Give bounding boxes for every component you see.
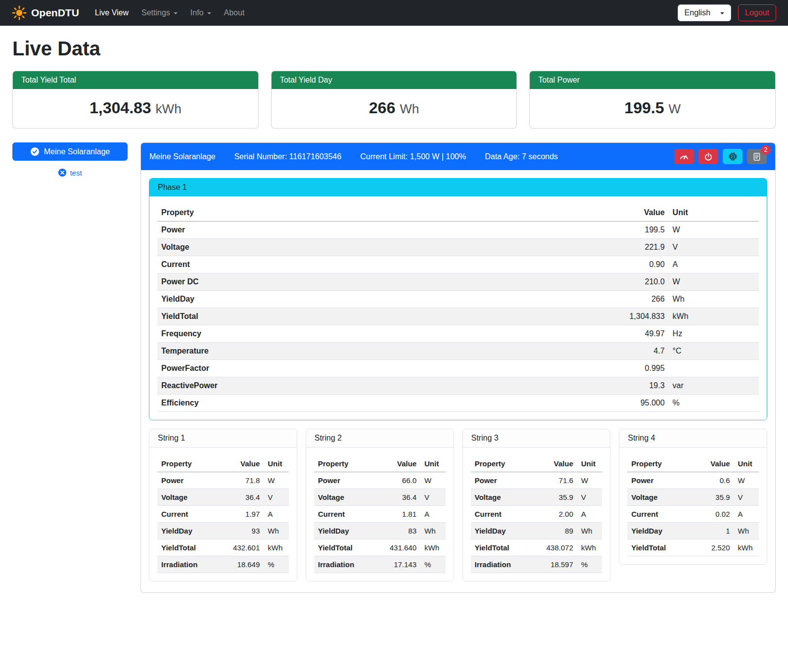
inverter-card: Meine Solaranlage Serial Number: 1161716… <box>140 142 776 593</box>
value-cell: 19.3 <box>578 377 668 395</box>
string-2-table: Property Value Unit Power <box>314 455 446 573</box>
property-cell: YieldTotal <box>314 539 384 556</box>
table-row: Power 199.5 W <box>157 222 759 239</box>
nav-item-settings[interactable]: Settings <box>136 4 184 21</box>
card-title: Total Yield Total <box>13 71 258 89</box>
value-header: Value <box>578 204 668 222</box>
property-cell: Voltage <box>157 489 227 506</box>
property-cell: Power DC <box>157 273 578 291</box>
table-row: PowerFactor 0.995 <box>157 360 759 377</box>
brand-label: OpenDTU <box>31 7 79 19</box>
limit-settings-button[interactable] <box>674 149 694 164</box>
phase-title: Phase 1 <box>149 179 767 196</box>
table-row: YieldDay 93 Wh <box>157 523 289 539</box>
value-cell: 4.7 <box>578 343 668 360</box>
x-circle-icon <box>58 168 67 177</box>
property-cell: Irradiation <box>471 556 541 573</box>
table-row: YieldDay 1 Wh <box>627 523 759 539</box>
string-1-title: String 1 <box>149 429 297 448</box>
property-cell: YieldDay <box>157 291 578 308</box>
table-row: Efficiency 95.000 % <box>157 395 759 412</box>
table-row: YieldTotal 2.520 kWh <box>627 539 759 556</box>
test-inverter-label: test <box>70 169 82 177</box>
table-header-row: Property Value Unit <box>157 455 289 472</box>
value-cell: 66.0 <box>384 472 420 489</box>
total-yield-day-unit: Wh <box>400 101 419 116</box>
value-cell: 1,304.833 <box>578 308 668 325</box>
test-inverter-link[interactable]: test <box>12 168 128 177</box>
property-cell: Power <box>627 472 697 489</box>
power-icon <box>704 152 713 161</box>
unit-cell: W <box>577 472 602 489</box>
value-cell: 199.5 <box>578 222 668 239</box>
logout-button[interactable]: Logout <box>738 4 776 21</box>
page-title: Live Data <box>12 38 776 60</box>
property-header: Property <box>471 455 541 472</box>
property-cell: YieldDay <box>157 523 227 539</box>
string-1-card: String 1 Property Value Unit <box>149 429 297 582</box>
unit-cell: kWh <box>420 539 445 556</box>
value-header: Value <box>540 455 577 472</box>
inverter-select-button[interactable]: Meine Solaranlage <box>12 142 128 161</box>
event-count-badge: 2 <box>761 145 771 155</box>
journal-icon <box>752 152 761 161</box>
card-body: 266Wh <box>272 89 517 128</box>
nav-info-label: Info <box>190 8 204 17</box>
card-title: Total Yield Day <box>272 71 517 89</box>
unit-cell: W <box>734 472 759 489</box>
value-cell: 89 <box>540 523 577 539</box>
string-2-card: String 2 Property Value Unit <box>306 429 454 582</box>
unit-cell: % <box>420 556 445 573</box>
value-cell: 49.97 <box>578 325 668 343</box>
nav-item-info[interactable]: Info <box>185 4 217 21</box>
event-log-button[interactable]: 2 <box>747 149 767 164</box>
brand-link[interactable]: OpenDTU <box>12 5 79 20</box>
unit-cell: W <box>264 472 288 489</box>
value-cell: 36.4 <box>384 489 420 506</box>
total-yield-total-unit: kWh <box>156 101 182 116</box>
property-cell: YieldTotal <box>157 539 227 556</box>
value-cell: 0.90 <box>578 256 668 273</box>
property-cell: Irradiation <box>157 556 227 573</box>
value-cell: 71.6 <box>540 472 577 489</box>
table-row: YieldTotal 432.601 kWh <box>157 539 289 556</box>
property-cell: Current <box>627 506 697 523</box>
property-cell: YieldDay <box>627 523 697 539</box>
unit-cell <box>669 360 759 377</box>
device-info-button[interactable] <box>723 149 742 164</box>
property-cell: PowerFactor <box>157 360 578 377</box>
property-cell: YieldDay <box>471 523 541 539</box>
nav-item-live-view[interactable]: Live View <box>89 4 135 21</box>
summary-cards-row: Total Yield Total 1,304.83kWh Total Yiel… <box>12 71 776 129</box>
unit-cell: W <box>669 222 759 239</box>
unit-cell: % <box>264 556 288 573</box>
unit-header: Unit <box>420 455 445 472</box>
property-cell: Temperature <box>157 343 578 360</box>
property-cell: Current <box>157 256 578 273</box>
value-cell: 266 <box>578 291 668 308</box>
navbar-right: English Logout <box>678 4 776 21</box>
property-cell: YieldTotal <box>471 539 541 556</box>
language-select[interactable]: English <box>678 4 731 21</box>
power-control-button[interactable] <box>698 149 718 164</box>
string-4-card: String 4 Property Value Unit <box>619 429 767 565</box>
inverter-current-limit: Current Limit: 1,500 W | 100% <box>360 152 466 161</box>
table-row: Voltage 36.4 V <box>157 489 289 506</box>
unit-header: Unit <box>264 455 288 472</box>
property-cell: Frequency <box>157 325 578 343</box>
table-row: Power 0.6 W <box>627 472 759 489</box>
total-yield-total-card: Total Yield Total 1,304.83kWh <box>12 71 259 129</box>
check-circle-icon <box>30 147 40 156</box>
inverter-data-age: Data Age: 7 seconds <box>485 152 558 161</box>
cpu-icon <box>728 152 738 161</box>
unit-cell: Wh <box>420 523 445 539</box>
property-cell: Efficiency <box>157 395 578 412</box>
string-3-title: String 3 <box>463 429 610 448</box>
total-yield-day-value: 266 <box>369 99 395 117</box>
nav-item-about[interactable]: About <box>218 4 251 21</box>
unit-cell: A <box>264 506 288 523</box>
value-cell: 17.143 <box>384 556 420 573</box>
property-cell: Voltage <box>157 239 578 256</box>
table-row: YieldTotal 431.640 kWh <box>314 539 446 556</box>
value-cell: 95.000 <box>578 395 668 412</box>
